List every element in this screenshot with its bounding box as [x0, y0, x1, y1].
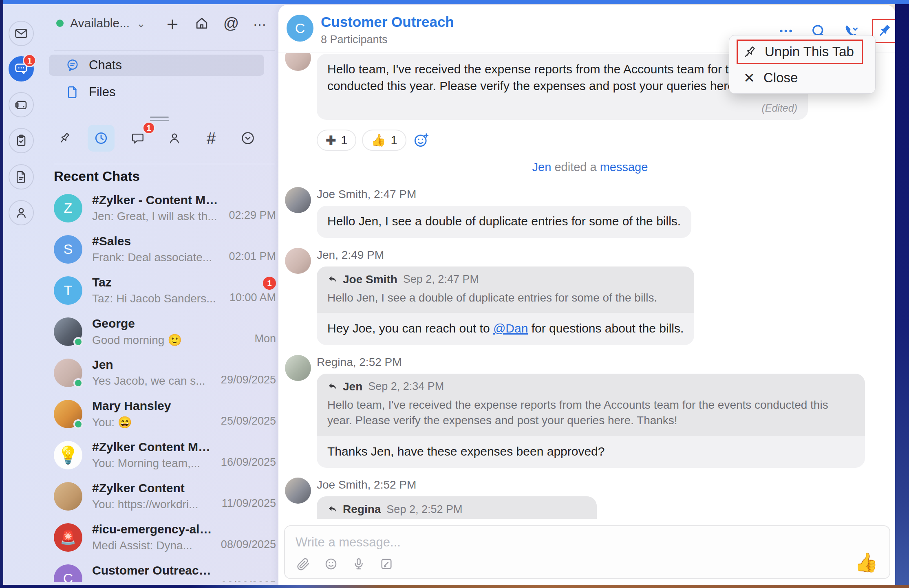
- chat-preview: Joe Smith: No Regi...: [92, 580, 215, 582]
- quote-sender: Joe Smith: [343, 273, 397, 286]
- avatar: [285, 187, 311, 213]
- rail-notes-button[interactable]: [9, 164, 34, 189]
- mention-link[interactable]: @Dan: [493, 322, 528, 335]
- reaction-pill[interactable]: 👍 1: [362, 130, 406, 151]
- chat-preview: Jen: Great, I will ask th...: [92, 210, 223, 223]
- reaction-pill[interactable]: ✚ 1: [317, 130, 356, 151]
- recent-chat-list: Z #Zylker - Content Marketers Jen: Great…: [49, 187, 278, 582]
- unread-count-badge: 1: [263, 277, 276, 290]
- home-button[interactable]: [192, 14, 211, 33]
- reaction-count: 1: [341, 134, 347, 147]
- add-reaction-icon[interactable]: [412, 131, 430, 149]
- unpin-icon: [743, 44, 757, 59]
- chats-unread-badge: 1: [23, 54, 36, 67]
- avatar: S: [54, 235, 82, 264]
- page-title[interactable]: Customer Outreach: [321, 14, 454, 30]
- message-sender-time: Jen, 2:49 PM: [317, 249, 694, 262]
- clipboard-check-icon: [14, 133, 29, 148]
- message-bubble[interactable]: Regina Sep 2, 2:52 PM Thanks Jen, have t…: [317, 496, 597, 519]
- participants-count[interactable]: 8 Participants: [321, 33, 388, 46]
- hash-icon: #: [207, 129, 216, 148]
- reaction-bar: ✚ 1 👍 1: [317, 130, 895, 151]
- list-item[interactable]: T Taz Taz: Hi Jacob Sanders... 1 10:00 A…: [49, 270, 278, 311]
- list-item[interactable]: #Zylker Content You: https://workdri... …: [49, 476, 278, 517]
- message-text: Thanks Jen, have these expenses been app…: [317, 436, 865, 468]
- list-item[interactable]: Mary Hansley You: 😄 25/09/2025: [49, 393, 278, 434]
- document-icon: [14, 170, 29, 184]
- menu-item-close[interactable]: ✕ Close: [732, 66, 872, 89]
- quoted-message[interactable]: Regina Sep 2, 2:52 PM Thanks Jen, have t…: [317, 496, 597, 519]
- divider: [54, 164, 275, 164]
- voice-message-icon[interactable]: [350, 555, 367, 573]
- rail-mail-button[interactable]: [9, 21, 34, 46]
- chat-time: 02/09/2025: [221, 579, 276, 582]
- message-input[interactable]: [296, 533, 759, 552]
- rail-tasks-button[interactable]: [9, 128, 34, 153]
- list-item[interactable]: C Customer Outreach - Forked Joe Smith: …: [49, 558, 278, 582]
- quoted-message[interactable]: Jen Sep 2, 2:34 PM Hello team, I've rece…: [317, 374, 865, 436]
- message-text: Hey Joe, you can reach out to @Dan for q…: [317, 313, 694, 345]
- list-item[interactable]: 🚨 #icu-emergency-alerts Medi Assist: Dyn…: [49, 517, 278, 558]
- message-composer: 👍: [284, 525, 890, 579]
- rail-chats-button[interactable]: 1: [9, 56, 34, 81]
- message-text-part: for questions about the bills.: [528, 322, 684, 335]
- plus-reaction-emoji: ✚: [326, 133, 336, 148]
- tab-pinned[interactable]: [51, 125, 78, 152]
- files-nav-icon: [65, 85, 80, 99]
- sidebar-item-chats[interactable]: Chats: [49, 55, 264, 76]
- chat-preview: You: 😄: [92, 416, 215, 429]
- list-item[interactable]: S #Sales Frank: Deal associate... 02:01 …: [49, 229, 278, 270]
- menu-item-unpin-tab[interactable]: Unpin This Tab: [737, 40, 863, 64]
- tab-contacts[interactable]: [161, 125, 188, 152]
- window-top-border: [0, 0, 909, 4]
- message-sender-time: Joe Smith, 2:47 PM: [317, 188, 691, 201]
- mentions-button[interactable]: @: [222, 14, 240, 33]
- sidebar-item-label: Chats: [89, 58, 122, 73]
- tab-channels[interactable]: #: [198, 125, 225, 152]
- quote-time: Sep 2, 2:52 PM: [386, 503, 462, 516]
- avatar: 💡: [54, 441, 82, 469]
- chat-preview: Taz: Hi Jacob Sanders...: [92, 292, 224, 305]
- chat-preview: Medi Assist: Dyna...: [92, 539, 215, 552]
- system-object-link[interactable]: message: [600, 161, 648, 174]
- window-bottom-border: [0, 585, 909, 588]
- rail-contacts-button[interactable]: [9, 200, 34, 225]
- emoji-icon[interactable]: [322, 555, 340, 573]
- avatar: [285, 248, 311, 274]
- chat-time: 29/09/2025: [221, 374, 276, 386]
- list-item[interactable]: George Good morning 🙂 Mon: [49, 311, 278, 352]
- chat-time: 25/09/2025: [221, 415, 276, 427]
- attachment-icon[interactable]: [295, 555, 312, 573]
- list-item[interactable]: Jen Yes Jacob, we can s... 29/09/2025: [49, 352, 278, 393]
- unread-tab-badge: 1: [142, 121, 155, 134]
- message-bubble[interactable]: Jen Sep 2, 2:34 PM Hello team, I've rece…: [317, 374, 865, 468]
- tab-unread[interactable]: 1: [124, 125, 151, 152]
- rail-wallet-button[interactable]: [9, 92, 34, 117]
- message-bubble[interactable]: Hello Jen, I see a double of duplicate e…: [317, 206, 691, 238]
- sidebar-item-files[interactable]: Files: [49, 81, 264, 103]
- online-status-dot: [73, 378, 83, 388]
- quick-thumbs-up-button[interactable]: 👍: [855, 551, 878, 573]
- new-chat-button[interactable]: ＋: [163, 14, 182, 33]
- chat-time: 02:01 PM: [229, 250, 276, 263]
- list-item[interactable]: Z #Zylker - Content Marketers Jen: Great…: [49, 187, 278, 229]
- tab-more[interactable]: [234, 125, 261, 152]
- tab-recent[interactable]: [88, 125, 115, 152]
- message-sender-time: Regina, 2:52 PM: [317, 356, 865, 369]
- pin-tab-button[interactable]: [872, 19, 896, 43]
- quoted-message[interactable]: Joe Smith Sep 2, 2:47 PM Hello Jen, I se…: [317, 266, 694, 313]
- sidebar-more-button[interactable]: …: [251, 14, 270, 33]
- system-actor[interactable]: Jen: [532, 161, 552, 174]
- avatar: Z: [54, 194, 82, 222]
- panel-resize-handle[interactable]: [150, 117, 169, 123]
- whiteboard-icon[interactable]: [378, 555, 395, 573]
- window-right-border: [895, 4, 909, 588]
- chat-title: Mary Hansley: [92, 399, 215, 413]
- chats-nav-icon: [65, 58, 80, 73]
- reaction-count: 1: [391, 134, 397, 147]
- online-status-dot: [73, 337, 83, 347]
- list-item[interactable]: 💡 #Zylker Content Marketing You: Morning…: [49, 434, 278, 476]
- message-bubble[interactable]: Joe Smith Sep 2, 2:47 PM Hello Jen, I se…: [317, 266, 694, 345]
- status-selector[interactable]: Available... ⌄: [56, 16, 146, 30]
- avatar: [285, 355, 311, 381]
